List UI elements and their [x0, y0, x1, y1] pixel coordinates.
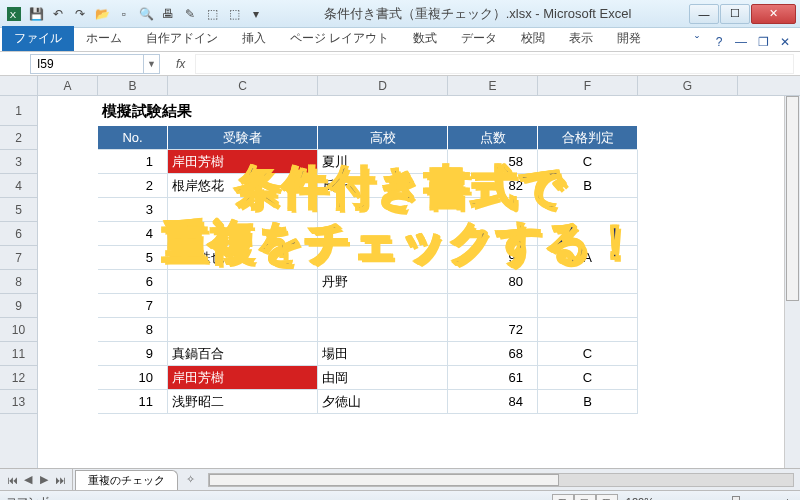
cell-no[interactable]: 1 [98, 150, 168, 174]
minimize-ribbon-icon[interactable]: ˇ [688, 33, 706, 51]
sheet-nav-next-icon[interactable]: ▶ [36, 473, 52, 486]
cell-grade[interactable] [538, 270, 638, 294]
sheet-nav-first-icon[interactable]: ⏮ [4, 474, 20, 486]
cell-name[interactable] [168, 198, 318, 222]
cell-school[interactable]: 夏川 [318, 150, 448, 174]
cell-grade[interactable]: B [538, 174, 638, 198]
cell-no[interactable]: 7 [98, 294, 168, 318]
hscroll-thumb[interactable] [209, 474, 559, 486]
row-header[interactable]: 10 [0, 318, 37, 342]
cell-name[interactable]: 岸田芳樹 [168, 150, 318, 174]
cell-name[interactable]: 岸田芳樹 [168, 366, 318, 390]
table-header[interactable]: 受験者 [168, 126, 318, 150]
cells-area[interactable]: 模擬試験結果No.受験者高校点数合格判定1岸田芳樹夏川58C2根岸悠花反野82B… [38, 96, 800, 468]
row-header[interactable]: 2 [0, 126, 37, 150]
format-painter-icon[interactable]: ✎ [180, 4, 200, 24]
cell-name[interactable]: 真鍋百合 [168, 342, 318, 366]
cell-school[interactable]: 反野 [318, 174, 448, 198]
cell-grade[interactable] [538, 198, 638, 222]
save-icon[interactable]: 💾 [26, 4, 46, 24]
row-header[interactable]: 13 [0, 390, 37, 414]
zoom-thumb[interactable] [732, 496, 740, 501]
cell-grade[interactable]: B [538, 390, 638, 414]
sheet-nav-last-icon[interactable]: ⏭ [52, 474, 68, 486]
view-pagebreak-icon[interactable]: ▧ [596, 494, 618, 501]
print-preview-icon[interactable]: 🔍 [136, 4, 156, 24]
cell-score[interactable] [448, 222, 538, 246]
name-box[interactable]: I59 ▼ [30, 54, 160, 74]
cell-score[interactable] [448, 294, 538, 318]
cell-school[interactable] [318, 294, 448, 318]
cell-grade[interactable]: A [538, 246, 638, 270]
row-header[interactable]: 12 [0, 366, 37, 390]
cell-grade[interactable]: C [538, 150, 638, 174]
column-header[interactable]: D [318, 76, 448, 95]
mdi-close-icon[interactable]: ✕ [776, 33, 794, 51]
mdi-minimize-icon[interactable]: — [732, 33, 750, 51]
cell-grade[interactable] [538, 222, 638, 246]
cell-school[interactable] [318, 222, 448, 246]
view-layout-icon[interactable]: ▤ [574, 494, 596, 501]
cell-no[interactable]: 6 [98, 270, 168, 294]
row-header[interactable]: 3 [0, 150, 37, 174]
ribbon-tab[interactable]: ホーム [74, 26, 134, 51]
table-header[interactable]: No. [98, 126, 168, 150]
row-header[interactable]: 6 [0, 222, 37, 246]
cell-school[interactable] [318, 318, 448, 342]
minimize-button[interactable]: — [689, 4, 719, 24]
cell-no[interactable]: 4 [98, 222, 168, 246]
cell-no[interactable]: 8 [98, 318, 168, 342]
fx-button[interactable]: fx [176, 57, 185, 71]
cell-school[interactable] [318, 246, 448, 270]
zoom-in-button[interactable]: ＋ [780, 494, 794, 500]
row-header[interactable]: 7 [0, 246, 37, 270]
cell-name[interactable]: 浅野昭二 [168, 390, 318, 414]
cell-grade[interactable]: C [538, 366, 638, 390]
column-header[interactable]: B [98, 76, 168, 95]
cell-no[interactable]: 9 [98, 342, 168, 366]
cell-school[interactable]: 由岡 [318, 366, 448, 390]
select-all-corner[interactable] [0, 76, 38, 95]
file-tab[interactable]: ファイル [2, 26, 74, 51]
cell-grade[interactable] [538, 318, 638, 342]
zoom-out-button[interactable]: − [658, 496, 672, 501]
cell-name[interactable] [168, 222, 318, 246]
formula-input[interactable] [195, 54, 794, 74]
qat-more-icon[interactable]: ▾ [246, 4, 266, 24]
cell-score[interactable]: 95 [448, 246, 538, 270]
cell-score[interactable]: 72 [448, 318, 538, 342]
ribbon-tab[interactable]: 開発 [605, 26, 653, 51]
cell-name[interactable]: 根岸悠花 [168, 174, 318, 198]
ribbon-tab[interactable]: 表示 [557, 26, 605, 51]
cell-name[interactable] [168, 318, 318, 342]
column-header[interactable]: E [448, 76, 538, 95]
ribbon-tab[interactable]: 数式 [401, 26, 449, 51]
open-icon[interactable]: 📂 [92, 4, 112, 24]
column-header[interactable]: G [638, 76, 738, 95]
cell-no[interactable]: 11 [98, 390, 168, 414]
cell-grade[interactable]: C [538, 342, 638, 366]
column-header[interactable]: A [38, 76, 98, 95]
ribbon-tab[interactable]: 校閲 [509, 26, 557, 51]
excel-icon[interactable]: X [4, 4, 24, 24]
horizontal-scrollbar[interactable] [208, 473, 794, 487]
custom2-icon[interactable]: ⬚ [224, 4, 244, 24]
custom1-icon[interactable]: ⬚ [202, 4, 222, 24]
cell-school[interactable]: 夕徳山 [318, 390, 448, 414]
table-header[interactable]: 点数 [448, 126, 538, 150]
new-icon[interactable]: ▫ [114, 4, 134, 24]
row-header[interactable]: 5 [0, 198, 37, 222]
table-title[interactable]: 模擬試験結果 [98, 99, 298, 123]
name-box-dropdown-icon[interactable]: ▼ [143, 55, 159, 73]
row-header[interactable]: 9 [0, 294, 37, 318]
vscroll-thumb[interactable] [786, 96, 799, 301]
cell-score[interactable]: 61 [448, 366, 538, 390]
undo-icon[interactable]: ↶ [48, 4, 68, 24]
cell-no[interactable]: 2 [98, 174, 168, 198]
ribbon-tab[interactable]: ページ レイアウト [278, 26, 401, 51]
help-icon[interactable]: ? [710, 33, 728, 51]
close-button[interactable]: ✕ [751, 4, 796, 24]
sheet-tab[interactable]: 重複のチェック [75, 470, 178, 490]
zoom-level[interactable]: 120% [626, 496, 654, 501]
cell-grade[interactable] [538, 294, 638, 318]
